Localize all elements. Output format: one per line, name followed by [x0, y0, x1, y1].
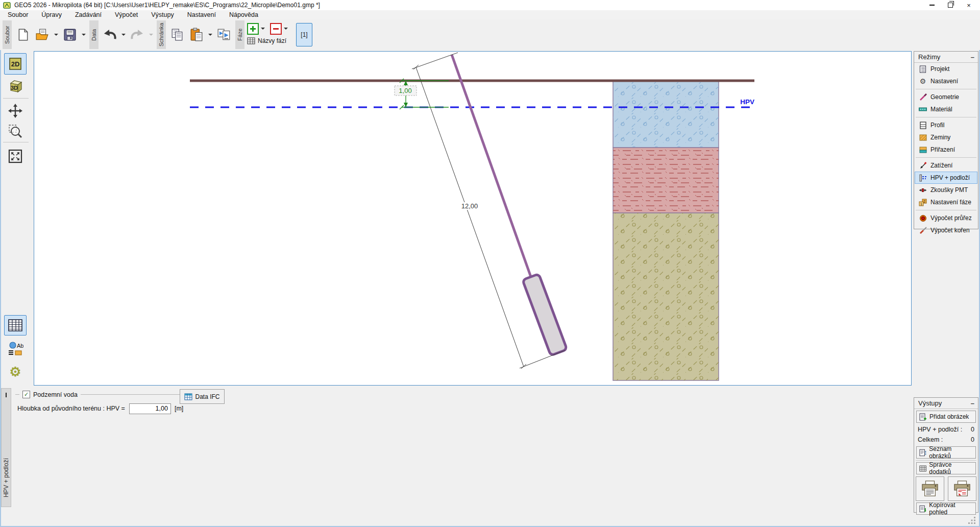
- gear-icon: ⚙: [918, 77, 927, 85]
- addon-manager-button[interactable]: Správce dodatků: [916, 462, 976, 474]
- view-3d-button[interactable]: 3D: [4, 76, 27, 97]
- drawing-area[interactable]: HPV 12,00 1,00: [34, 51, 912, 386]
- water-table-icon: [918, 174, 927, 182]
- open-file-button[interactable]: [33, 25, 52, 44]
- mode-item-profil[interactable]: Profil: [915, 119, 977, 131]
- data-ifc-button[interactable]: Data IFC: [180, 389, 225, 404]
- mode-item-zkousky-pmt[interactable]: Zkoušky PMT: [915, 184, 977, 196]
- move-arrows-icon: [8, 103, 23, 118]
- minus-icon: [273, 28, 279, 30]
- pile-length-label: 12,00: [461, 202, 478, 210]
- modes-panel: Režimy – Projekt ⚙ Nastavení Geometrie M…: [914, 51, 978, 229]
- print-document-button[interactable]: [948, 476, 976, 501]
- redo-button[interactable]: [128, 25, 147, 44]
- program-settings-button[interactable]: ⚙: [4, 361, 27, 382]
- remove-phase-dropdown-arrow[interactable]: [284, 28, 288, 30]
- outputs-panel: Výstupy – Přidat obrázek HPV + podloží :…: [914, 397, 978, 513]
- view-2d-button[interactable]: 2D: [4, 53, 27, 75]
- main-toolbar: Soubor Data: [0, 19, 980, 50]
- picture-list-icon: [919, 449, 926, 457]
- minimize-button[interactable]: [923, 0, 941, 10]
- mode-item-nastaveni-faze[interactable]: 2 1 Nastavení fáze: [915, 196, 977, 208]
- mode-item-prirazeni[interactable]: Přiřazení: [915, 143, 977, 156]
- counter-label: Celkem :: [918, 436, 943, 443]
- mode-separator: [916, 210, 976, 210]
- groundwater-group: ✓ Podzemní voda: [19, 390, 81, 399]
- print-preview-button[interactable]: [214, 25, 234, 44]
- hpv-depth-input[interactable]: [129, 403, 171, 414]
- modes-collapse-button[interactable]: –: [971, 53, 974, 61]
- add-phase-button[interactable]: [247, 23, 259, 35]
- menu-napoveda[interactable]: Nápověda: [223, 11, 265, 18]
- mode-item-label: Zeminy: [930, 134, 950, 141]
- toolbar-group-phase-label: Fáze: [235, 20, 244, 49]
- annotation-settings-button[interactable]: Ab: [4, 338, 27, 360]
- toolbar-group-data-label: Data: [89, 20, 99, 49]
- mode-item-nastaveni[interactable]: ⚙ Nastavení: [915, 75, 977, 87]
- restore-icon: [948, 3, 953, 8]
- phase-names-button[interactable]: Názvy fází: [247, 36, 290, 46]
- menu-upravy[interactable]: Úpravy: [35, 11, 68, 18]
- redo-dropdown-arrow: [149, 34, 153, 36]
- add-picture-label: Přidat obrázek: [929, 413, 969, 420]
- addon-grid-icon: [919, 465, 926, 472]
- menu-nastaveni[interactable]: Nastavení: [181, 11, 223, 18]
- mode-item-zeminy[interactable]: Zeminy: [915, 131, 977, 143]
- menu-vystupy[interactable]: Výstupy: [144, 11, 180, 18]
- frame-side-tab[interactable]: HPV + podloží: [1, 388, 11, 507]
- zoom-tool-button[interactable]: [4, 122, 27, 141]
- paste-dropdown-arrow[interactable]: [208, 34, 212, 36]
- mode-item-projekt[interactable]: Projekt: [915, 63, 977, 75]
- groundwater-checkbox[interactable]: ✓: [22, 391, 30, 398]
- menu-soubor[interactable]: Soubor: [1, 11, 35, 18]
- phase-names-label: Názvy fází: [258, 37, 286, 44]
- add-picture-button[interactable]: Přidat obrázek: [916, 411, 976, 423]
- save-dropdown-arrow[interactable]: [82, 34, 86, 36]
- save-button[interactable]: [60, 25, 80, 44]
- svg-text:Ab: Ab: [17, 343, 23, 349]
- grid-table-icon: [8, 319, 23, 332]
- close-button[interactable]: ×: [960, 0, 978, 10]
- micropile-root[interactable]: [523, 274, 567, 355]
- mode-item-material[interactable]: Materiál: [915, 103, 977, 115]
- counter-label: HPV + podloží :: [918, 426, 962, 433]
- picture-list-button[interactable]: Seznam obrázků: [916, 446, 976, 459]
- water-depth-label: 1,00: [399, 87, 411, 94]
- copy-button[interactable]: [167, 25, 187, 44]
- outputs-collapse-button[interactable]: –: [971, 399, 974, 407]
- undo-button[interactable]: [100, 25, 119, 44]
- mode-item-geometrie[interactable]: Geometrie: [915, 91, 977, 103]
- paste-button[interactable]: [187, 25, 206, 44]
- drawing-canvas[interactable]: HPV 12,00 1,00: [34, 52, 911, 385]
- remove-phase-button[interactable]: [270, 23, 282, 35]
- counter-value: 0: [971, 436, 974, 443]
- add-phase-dropdown-arrow[interactable]: [261, 28, 265, 30]
- micropile-shaft[interactable]: [452, 55, 533, 284]
- fit-view-button[interactable]: [4, 146, 27, 166]
- copy-view-button[interactable]: Kopírovat pohled: [916, 502, 976, 515]
- minimize-icon: [929, 5, 935, 6]
- outputs-separator: [916, 460, 976, 461]
- menu-zadavani[interactable]: Zadávání: [68, 11, 108, 18]
- pen-icon: [918, 93, 927, 101]
- new-file-button[interactable]: [13, 25, 33, 44]
- mode-item-zatizeni[interactable]: Zatížení: [915, 159, 977, 172]
- restore-button[interactable]: [941, 0, 960, 10]
- resize-grip[interactable]: [968, 517, 976, 524]
- mode-item-vypocet-prurez[interactable]: Výpočet průřez: [915, 212, 977, 224]
- load-arrow-icon: [918, 161, 927, 170]
- open-dropdown-arrow[interactable]: [54, 34, 58, 36]
- pan-tool-button[interactable]: [4, 101, 27, 121]
- redo-icon: [130, 28, 144, 41]
- rail-separator: [3, 142, 29, 142]
- phase-1-button[interactable]: [1]: [296, 23, 312, 46]
- copy-view-label: Kopírovat pohled: [929, 501, 973, 516]
- menu-vypocet[interactable]: Výpočet: [108, 11, 144, 18]
- table-view-button[interactable]: [4, 315, 27, 336]
- mode-item-label: Projekt: [930, 65, 949, 73]
- mode-item-vypocet-koren[interactable]: Výpočet kořen: [915, 224, 977, 236]
- gear-icon: ⚙: [9, 365, 21, 378]
- undo-dropdown-arrow[interactable]: [121, 34, 126, 36]
- mode-item-hpv-podlozi[interactable]: HPV + podloží: [915, 172, 977, 184]
- print-button[interactable]: [916, 476, 944, 501]
